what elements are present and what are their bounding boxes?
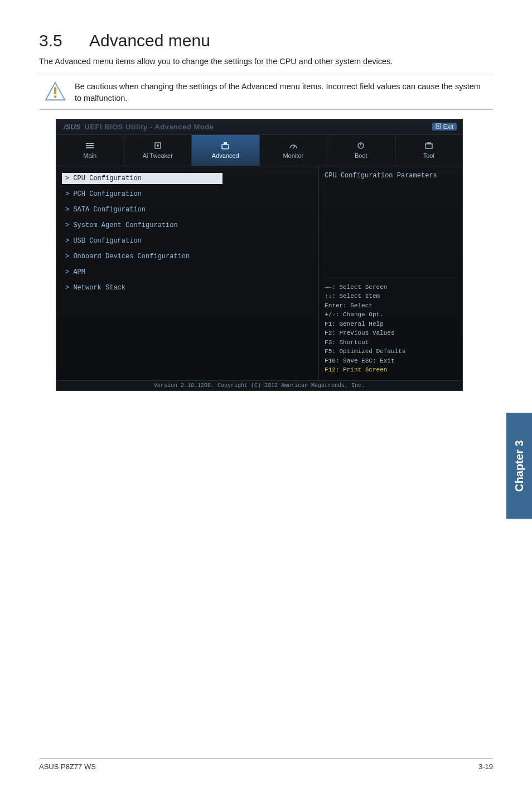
menu-item-network-stack[interactable]: > Network Stack bbox=[62, 282, 313, 293]
menu-item-apm[interactable]: > APM bbox=[62, 267, 313, 278]
help-line: →←: Select Screen bbox=[325, 283, 457, 292]
svg-point-10 bbox=[157, 144, 159, 147]
help-line: F10: Save ESC: Exit bbox=[325, 356, 457, 366]
exit-button[interactable]: Exit bbox=[432, 123, 457, 131]
svg-point-2 bbox=[54, 96, 56, 98]
svg-line-13 bbox=[293, 146, 295, 148]
caution-icon bbox=[45, 81, 66, 102]
tab-label: Advanced bbox=[212, 152, 239, 159]
svg-rect-11 bbox=[222, 144, 229, 149]
svg-rect-1 bbox=[54, 88, 56, 94]
tab-main[interactable]: Main bbox=[56, 135, 124, 166]
svg-rect-16 bbox=[425, 144, 432, 148]
footer-right: 3-19 bbox=[478, 762, 493, 771]
section-title-text: Advanced menu bbox=[89, 31, 210, 50]
help-line: ↑↓: Select Item bbox=[325, 292, 457, 301]
tab-advanced[interactable]: Advanced bbox=[192, 135, 260, 166]
svg-rect-12 bbox=[224, 142, 227, 144]
bios-tabs: MainAi TweakerAdvancedMonitorBootTool bbox=[56, 135, 462, 166]
exit-icon bbox=[436, 123, 441, 130]
tab-monitor[interactable]: Monitor bbox=[260, 135, 328, 166]
help-line: F12: Print Screen bbox=[325, 365, 457, 375]
menu-item-usb-configuration[interactable]: > USB Configuration bbox=[62, 235, 313, 247]
tab-label: Tool bbox=[423, 152, 434, 159]
chip-icon bbox=[153, 141, 163, 150]
bios-info-panel: CPU Configuration Parameters →←: Select … bbox=[318, 166, 462, 380]
help-line: F5: Optimized Defaults bbox=[325, 347, 457, 356]
bios-help: →←: Select Screen↑↓: Select ItemEnter: S… bbox=[325, 278, 457, 375]
bios-header: /SUS UEFI BIOS Utility - Advanced Mode E… bbox=[56, 119, 462, 135]
tab-label: Monitor bbox=[283, 152, 303, 159]
gauge-icon bbox=[288, 141, 298, 150]
bios-menu-panel: > CPU Configuration> PCH Configuration> … bbox=[56, 166, 318, 380]
tab-tool[interactable]: Tool bbox=[395, 135, 463, 166]
bios-title: /SUS UEFI BIOS Utility - Advanced Mode bbox=[62, 123, 214, 131]
menu-item-sata-configuration[interactable]: > SATA Configuration bbox=[62, 204, 313, 215]
chapter-side-tab: Chapter 3 bbox=[506, 413, 532, 519]
exit-label: Exit bbox=[443, 123, 453, 130]
power-icon bbox=[356, 141, 366, 150]
tools-icon bbox=[220, 141, 230, 150]
info-title: CPU Configuration Parameters bbox=[325, 172, 457, 180]
briefcase-icon bbox=[424, 141, 434, 150]
svg-rect-17 bbox=[427, 143, 431, 144]
menu-item-system-agent-configuration[interactable]: > System Agent Configuration bbox=[62, 220, 313, 231]
help-line: +/-: Change Opt. bbox=[325, 310, 457, 320]
menu-item-cpu-configuration[interactable]: > CPU Configuration bbox=[62, 173, 223, 184]
section-heading: 3.5Advanced menu bbox=[39, 31, 493, 50]
tab-label: Main bbox=[83, 152, 96, 159]
tab-label: Boot bbox=[355, 152, 367, 159]
tab-boot[interactable]: Boot bbox=[327, 135, 395, 166]
intro-paragraph: The Advanced menu items allow you to cha… bbox=[39, 56, 493, 67]
menu-item-pch-configuration[interactable]: > PCH Configuration bbox=[62, 189, 313, 200]
chapter-tab-label: Chapter 3 bbox=[513, 440, 526, 491]
help-line: F2: Previous Values bbox=[325, 328, 457, 338]
bios-footer: Version 2.10.1208. Copyright (C) 2012 Am… bbox=[56, 380, 462, 390]
help-line: F1: General Help bbox=[325, 320, 457, 329]
bios-screenshot: /SUS UEFI BIOS Utility - Advanced Mode E… bbox=[56, 119, 463, 391]
caution-note: Be cautious when changing the settings o… bbox=[39, 75, 493, 110]
help-line: F3: Shortcut bbox=[325, 338, 457, 347]
tab-ai-tweaker[interactable]: Ai Tweaker bbox=[124, 135, 192, 166]
menu-item-onboard-devices-configuration[interactable]: > Onboard Devices Configuration bbox=[62, 251, 313, 262]
list-icon bbox=[85, 141, 95, 150]
bios-brand: /SUS bbox=[62, 122, 82, 132]
caution-text: Be cautious when changing the settings o… bbox=[75, 81, 493, 104]
tab-label: Ai Tweaker bbox=[143, 152, 173, 159]
footer-left: ASUS P8Z77 WS bbox=[39, 762, 96, 771]
help-line: Enter: Select bbox=[325, 301, 457, 311]
page-footer: ASUS P8Z77 WS 3-19 bbox=[39, 758, 493, 771]
section-number: 3.5 bbox=[39, 31, 89, 50]
bios-header-text: UEFI BIOS Utility - Advanced Mode bbox=[84, 123, 214, 131]
